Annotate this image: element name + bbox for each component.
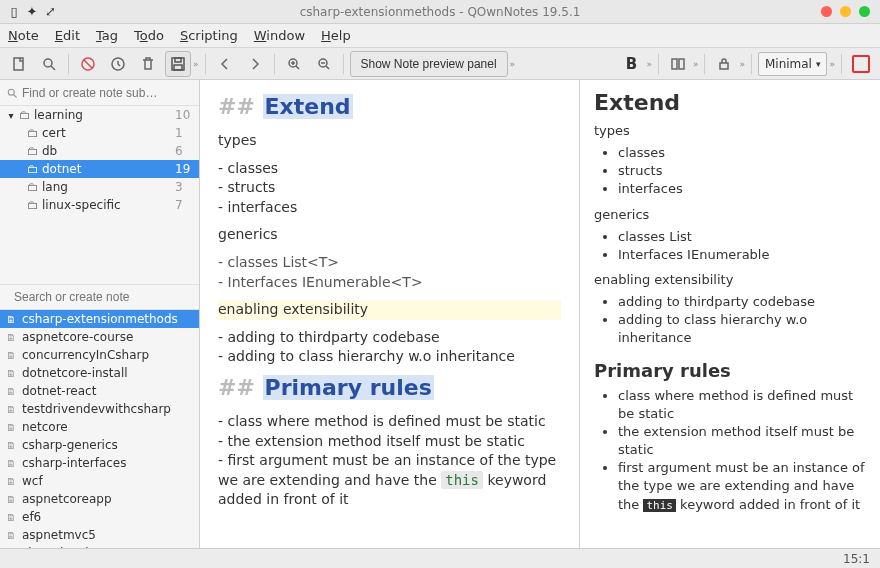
folder-row-db[interactable]: 🗀db6	[0, 142, 199, 160]
panel-icon[interactable]	[665, 51, 691, 77]
toolbar: » Show Note preview panel » B » » » Mini…	[0, 48, 880, 80]
lock-icon[interactable]	[711, 51, 737, 77]
chevron-icon[interactable]: »	[693, 59, 699, 69]
folder-row-linux[interactable]: 🗀linux-specific7	[0, 196, 199, 214]
save-icon[interactable]	[165, 51, 191, 77]
window-title: csharp-extensionmethods - QOwnNotes 19.5…	[300, 5, 581, 19]
menu-note[interactable]: Note	[8, 28, 39, 43]
note-row[interactable]: 🗎csharp-generics	[0, 436, 199, 454]
menu-window[interactable]: Window	[254, 28, 305, 43]
folder-row-learning[interactable]: ▾🗀learning10	[0, 106, 199, 124]
bold-icon[interactable]: B	[618, 51, 644, 77]
folder-search[interactable]	[0, 80, 199, 106]
editor-text: types	[218, 131, 561, 151]
distraction-free-icon[interactable]	[848, 51, 874, 77]
preview-panel-button[interactable]: Show Note preview panel	[350, 51, 508, 77]
editor-pane[interactable]: ## Extend types - classes- structs- inte…	[200, 80, 580, 548]
separator	[751, 54, 752, 74]
note-row[interactable]: 🗎aspnetcore-course	[0, 328, 199, 346]
heading-primary-rules: ## Primary rules	[218, 375, 561, 400]
menu-tag[interactable]: Tag	[96, 28, 118, 43]
svg-rect-9	[672, 59, 677, 69]
chevron-icon[interactable]: »	[739, 59, 745, 69]
app-menu-icon[interactable]: ▯	[8, 6, 20, 18]
folder-search-input[interactable]	[22, 86, 193, 100]
svg-rect-11	[720, 63, 728, 69]
note-search-input[interactable]	[6, 290, 193, 304]
main: ▾🗀learning10 🗀cert1 🗀db6 🗀dotnet19 🗀lang…	[0, 80, 880, 548]
editor-text: enabling extensibility	[218, 300, 561, 320]
search-icon	[6, 87, 18, 99]
note-row[interactable]: 🗎wcf	[0, 472, 199, 490]
separator	[68, 54, 69, 74]
maximize-icon[interactable]	[859, 6, 870, 17]
svg-rect-6	[174, 65, 182, 70]
separator	[704, 54, 705, 74]
preview-text: generics	[594, 207, 866, 222]
note-row[interactable]: 🗎dotnetcore-install	[0, 364, 199, 382]
note-row[interactable]: 🗎csharp-interfaces	[0, 454, 199, 472]
folder-row-lang[interactable]: 🗀lang3	[0, 178, 199, 196]
separator	[205, 54, 206, 74]
close-icon[interactable]	[821, 6, 832, 17]
note-list: 🗎csharp-extensionmethods 🗎aspnetcore-cou…	[0, 310, 199, 548]
menu-todo[interactable]: Todo	[134, 28, 164, 43]
note-search[interactable]	[0, 284, 199, 310]
expand-icon[interactable]: ⤢	[44, 6, 56, 18]
trash-icon[interactable]	[135, 51, 161, 77]
note-row[interactable]: 🗎aspnetmvc5	[0, 526, 199, 544]
new-note-icon[interactable]	[6, 51, 32, 77]
minimize-icon[interactable]	[840, 6, 851, 17]
editor-text: - classes List<T>- Interfaces IEnumerabl…	[218, 253, 561, 292]
note-row[interactable]: 🗎ef6	[0, 508, 199, 526]
preview-text: enabling extensibility	[594, 272, 866, 287]
pin-icon[interactable]: ✦	[26, 6, 38, 18]
preview-text: types	[594, 123, 866, 138]
history-icon[interactable]	[105, 51, 131, 77]
separator	[274, 54, 275, 74]
folder-row-cert[interactable]: 🗀cert1	[0, 124, 199, 142]
menu-scripting[interactable]: Scripting	[180, 28, 238, 43]
chevron-icon[interactable]: »	[829, 59, 835, 69]
preview-list: classes ListInterfaces IEnumerable	[618, 228, 866, 264]
separator	[343, 54, 344, 74]
forward-icon[interactable]	[242, 51, 268, 77]
chevron-icon[interactable]: »	[510, 59, 516, 69]
cursor-position: 15:1	[843, 552, 870, 566]
editor-text: - adding to thirdparty codebase- adding …	[218, 328, 561, 367]
workspace-label: Minimal	[765, 57, 812, 71]
note-row[interactable]: 🗎concurrencyInCsharp	[0, 346, 199, 364]
note-row[interactable]: 🗎netcore	[0, 418, 199, 436]
statusbar: 15:1	[0, 548, 880, 568]
editor-text: - class where method is defined must be …	[218, 412, 561, 510]
note-row[interactable]: 🗎aspnetcoreapp	[0, 490, 199, 508]
search-icon[interactable]	[36, 51, 62, 77]
titlebar-left-icons: ▯ ✦ ⤢	[8, 6, 56, 18]
zoom-in-icon[interactable]	[281, 51, 307, 77]
back-icon[interactable]	[212, 51, 238, 77]
menu-help[interactable]: Help	[321, 28, 351, 43]
chevron-icon[interactable]: »	[646, 59, 652, 69]
editor-text: generics	[218, 225, 561, 245]
note-row[interactable]: 🗎testdrivendevwithcsharp	[0, 400, 199, 418]
menu-edit[interactable]: Edit	[55, 28, 80, 43]
note-row[interactable]: 🗎csharp-extensionmethods	[0, 310, 199, 328]
svg-rect-10	[679, 59, 684, 69]
folder-row-dotnet[interactable]: 🗀dotnet19	[0, 160, 199, 178]
svg-rect-0	[14, 58, 23, 70]
forbidden-icon[interactable]	[75, 51, 101, 77]
editor-text: - classes- structs- interfaces	[218, 159, 561, 218]
preview-list: adding to thirdparty codebaseadding to c…	[618, 293, 866, 348]
svg-point-12	[8, 89, 14, 95]
separator	[841, 54, 842, 74]
note-row[interactable]: 🗎dotnet-react	[0, 382, 199, 400]
window-controls	[821, 6, 870, 17]
preview-list: class where method is defined must be st…	[618, 387, 866, 514]
separator	[658, 54, 659, 74]
chevron-icon[interactable]: »	[193, 59, 199, 69]
workspace-dropdown[interactable]: Minimal▾	[758, 52, 828, 76]
zoom-out-icon[interactable]	[311, 51, 337, 77]
preview-heading: Extend	[594, 90, 866, 115]
sidebar: ▾🗀learning10 🗀cert1 🗀db6 🗀dotnet19 🗀lang…	[0, 80, 200, 548]
preview-heading: Primary rules	[594, 360, 866, 381]
